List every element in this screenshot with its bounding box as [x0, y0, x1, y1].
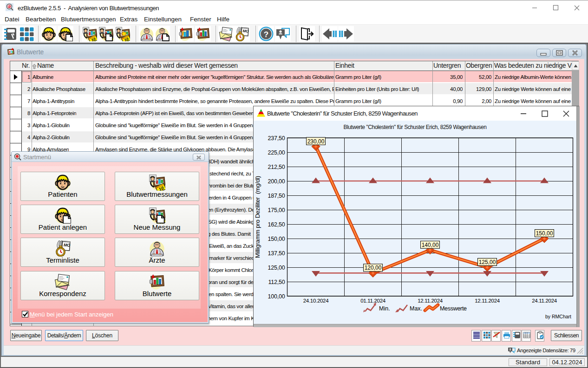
svg-text:150,00: 150,00 [268, 236, 285, 242]
svg-text:162,50: 162,50 [268, 221, 285, 228]
svg-text:175,00: 175,00 [268, 207, 285, 213]
svg-text:24.10.2024: 24.10.2024 [303, 298, 329, 303]
svg-text:12.11.2024: 12.11.2024 [418, 298, 443, 303]
svg-text:24.11.2024: 24.11.2024 [532, 298, 557, 303]
svg-text:187,50: 187,50 [268, 193, 285, 199]
svg-text:212,50: 212,50 [268, 164, 285, 170]
svg-text:MO: MO [64, 243, 71, 248]
svg-text:140,00: 140,00 [422, 242, 439, 248]
svg-text:137,50: 137,50 [268, 250, 285, 257]
svg-text:Min.: Min. [379, 305, 390, 312]
svg-text:01.11.2024: 01.11.2024 [360, 298, 386, 303]
svg-text:Messwerte: Messwerte [440, 305, 467, 312]
svg-text:125,00: 125,00 [268, 265, 285, 271]
svg-text:112,50: 112,50 [268, 279, 285, 285]
svg-text:237,50: 237,50 [268, 135, 285, 142]
svg-text:by RMChart: by RMChart [545, 314, 571, 319]
svg-text:150,00: 150,00 [536, 230, 553, 237]
svg-text:120,00: 120,00 [365, 265, 382, 271]
svg-text:?: ? [264, 30, 268, 39]
svg-text:225,00: 225,00 [268, 149, 285, 156]
svg-text:Max.: Max. [410, 305, 422, 312]
svg-text:125,00: 125,00 [479, 259, 496, 265]
svg-text:MO: MO [242, 29, 249, 33]
svg-text:12.11.2024: 12.11.2024 [475, 298, 500, 303]
svg-text:200,00: 200,00 [268, 178, 285, 185]
svg-text:100,00: 100,00 [268, 293, 285, 300]
svg-text:230,00: 230,00 [307, 138, 325, 145]
svg-text:Milligramm pro Deziliter (mg/: Milligramm pro Deziliter (mg/dl) [254, 176, 261, 258]
